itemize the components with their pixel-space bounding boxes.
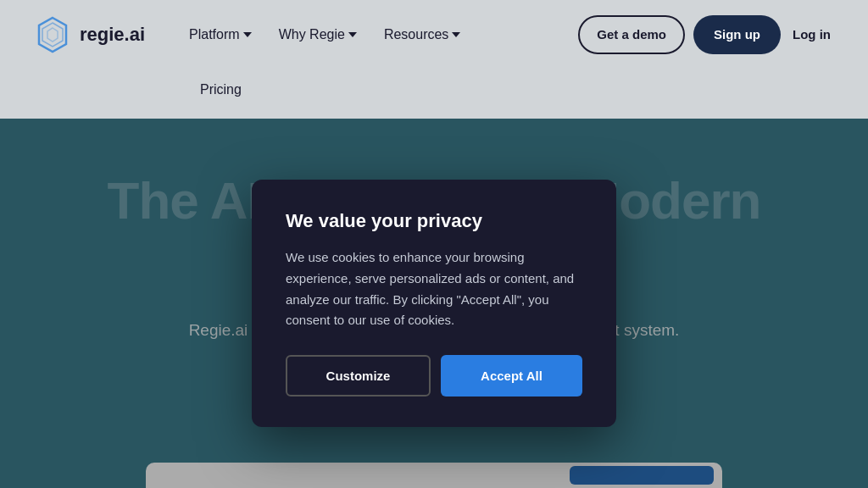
nav-cta-group: Get a demo Sign up Log in xyxy=(578,15,834,54)
logo-text: regie.ai xyxy=(80,24,145,46)
nav-item-why-regie[interactable]: Why Regie xyxy=(269,20,367,49)
resources-chevron-icon xyxy=(452,32,460,37)
svg-marker-2 xyxy=(47,28,58,42)
nav-resources-label: Resources xyxy=(384,27,448,42)
nav-platform-label: Platform xyxy=(189,27,240,42)
modal-body: We use cookies to enhance your browsing … xyxy=(286,247,582,331)
hero-section: The AI Platform for Modern Teams Regie.a… xyxy=(0,119,868,488)
cookie-modal-overlay: We value your privacy We use cookies to … xyxy=(0,119,868,488)
nav-links-row2: Pricing xyxy=(34,75,834,104)
get-demo-button[interactable]: Get a demo xyxy=(578,15,685,54)
navbar: regie.ai Platform Why Regie Resources Ge… xyxy=(0,0,868,119)
svg-marker-1 xyxy=(42,23,63,47)
logo-link[interactable]: regie.ai xyxy=(34,16,145,53)
customize-button[interactable]: Customize xyxy=(286,355,431,396)
sign-up-button[interactable]: Sign up xyxy=(693,15,781,54)
modal-title: We value your privacy xyxy=(286,210,582,232)
nav-pricing-label: Pricing xyxy=(200,82,242,97)
log-in-button[interactable]: Log in xyxy=(789,20,834,48)
nav-why-regie-label: Why Regie xyxy=(279,27,345,42)
cookie-modal: We value your privacy We use cookies to … xyxy=(252,180,616,427)
logo-icon xyxy=(34,16,71,53)
accept-all-button[interactable]: Accept All xyxy=(441,355,582,396)
platform-chevron-icon xyxy=(243,32,252,37)
modal-buttons: Customize Accept All xyxy=(286,355,582,396)
nav-item-resources[interactable]: Resources xyxy=(374,20,470,49)
why-regie-chevron-icon xyxy=(348,32,357,37)
nav-item-pricing[interactable]: Pricing xyxy=(190,75,252,104)
nav-item-platform[interactable]: Platform xyxy=(179,20,262,49)
nav-links-row1: Platform Why Regie Resources Get a demo … xyxy=(179,15,834,54)
